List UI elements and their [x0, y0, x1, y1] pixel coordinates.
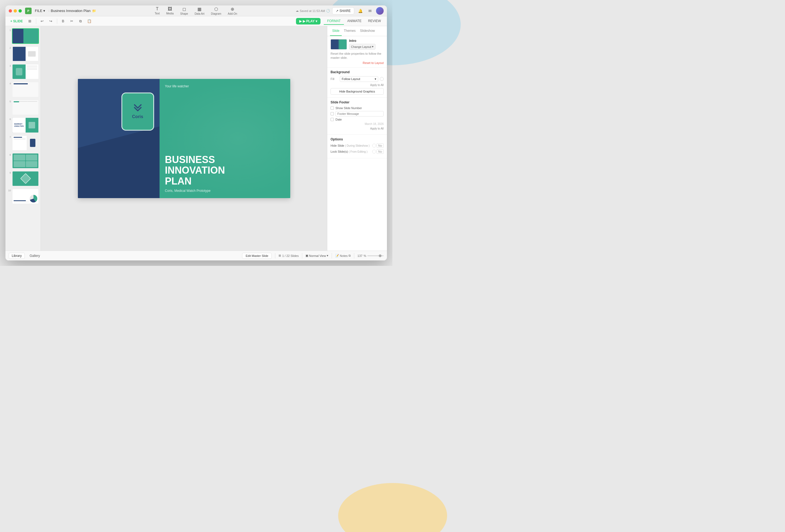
view-chevron-icon: ▾: [327, 254, 328, 258]
slide-thumb-4[interactable]: 4: [7, 82, 39, 97]
tab-format[interactable]: FORMAT: [324, 18, 344, 25]
gallery-button[interactable]: Gallery: [27, 253, 43, 259]
notification-icon[interactable]: 🔔: [356, 7, 364, 15]
add-slide-button[interactable]: + SLIDE: [8, 18, 25, 24]
slide-main-title: BUSINESS INNOVATION PLAN: [165, 154, 282, 187]
share-button[interactable]: ↗ SHARE: [332, 7, 354, 15]
save-status: ☁ Saved at 11:53 AM 🕐: [296, 9, 330, 12]
add-on-tool[interactable]: ⊕ Add-On: [225, 5, 240, 16]
toolbar-right: ☁ Saved at 11:53 AM 🕐 ↗ SHARE 🔔 ✉: [296, 7, 384, 15]
paste-button[interactable]: 📋: [85, 18, 93, 25]
slide-image-9[interactable]: [12, 171, 39, 186]
zoom-control[interactable]: 137 %: [357, 254, 384, 258]
options-title: Options: [331, 137, 384, 141]
zoom-slider[interactable]: [367, 255, 384, 256]
notes-button[interactable]: 📝 Notes ⧉: [335, 254, 351, 258]
slide-thumb-9[interactable]: 9: [7, 171, 39, 186]
slide-count: 1 / 22 Slides: [282, 254, 299, 258]
toggle-dot-icon: [372, 144, 376, 148]
data-art-tool[interactable]: ▦ Data Art: [192, 5, 207, 16]
slide-thumb-10[interactable]: 10: [7, 189, 39, 204]
reset-hint-text: Reset the slide properties to follow the…: [331, 52, 384, 60]
compose-icon[interactable]: ✉: [366, 7, 374, 15]
slide-thumb-7[interactable]: 7: [7, 135, 39, 151]
cut-button[interactable]: ✂: [68, 18, 76, 25]
chevron-down-icon: ▾: [43, 9, 45, 13]
zoom-thumb[interactable]: [379, 255, 381, 257]
maximize-button[interactable]: [19, 9, 22, 12]
apply-to-all-footer-link[interactable]: Apply to All: [331, 127, 384, 130]
slide-image-10[interactable]: [12, 189, 39, 204]
date-checkbox[interactable]: [331, 118, 334, 121]
slide-image-2[interactable]: [12, 46, 39, 61]
slide-thumb-5[interactable]: 5: [7, 100, 39, 115]
close-button[interactable]: [9, 9, 12, 12]
lock-slide-toggle[interactable]: No: [372, 150, 384, 154]
share-label: SHARE: [339, 9, 351, 13]
hide-slide-label: Hide Slide ( During Slideshow ): [331, 144, 371, 147]
slide-image-6[interactable]: MARKETANALYSIS: [12, 117, 39, 133]
slide-canvas[interactable]: Coris Your life watcher BUSINESS INNOVAT…: [78, 79, 290, 198]
add-slide-label: + SLIDE: [10, 19, 23, 23]
undo-button[interactable]: ↩: [39, 18, 46, 25]
duplicate-icon: ⧉: [349, 254, 351, 258]
zoom-level: 137: [357, 254, 362, 258]
normal-view-button[interactable]: ▣ Normal View ▾: [305, 254, 328, 258]
title-line-3: PLAN: [165, 176, 282, 187]
hide-slide-sub: ( During Slideshow ): [345, 144, 370, 147]
slide-thumb-6[interactable]: 6 MARKETANALYSIS: [7, 117, 39, 133]
main-content: 1 2 3: [5, 26, 387, 250]
footer-message-input[interactable]: [335, 111, 384, 116]
slide-thumb-1[interactable]: 1: [7, 28, 39, 44]
slide-image-4[interactable]: [12, 82, 39, 97]
redo-button[interactable]: ↪: [47, 18, 55, 25]
minimize-button[interactable]: [14, 9, 17, 12]
copy-button[interactable]: ⧉: [77, 18, 84, 25]
slide-image-1[interactable]: [12, 28, 39, 44]
slide-right-panel: Your life watcher BUSINESS INNOVATION PL…: [159, 79, 290, 198]
grid-view-button[interactable]: ⊞: [26, 18, 34, 25]
slide-image-3[interactable]: [12, 64, 39, 79]
bottom-divider-3: [332, 253, 332, 259]
follow-layout-dropdown[interactable]: Follow Layout ▾: [340, 76, 378, 82]
show-slide-number-checkbox[interactable]: [331, 106, 334, 110]
slide-image-5[interactable]: [12, 100, 39, 115]
slide-number-1: 1: [7, 28, 11, 32]
user-avatar[interactable]: [376, 7, 384, 15]
slide-thumb-8[interactable]: 8: [7, 153, 39, 168]
footer-section-title: Slide Footer: [331, 100, 384, 104]
fill-color-swatch[interactable]: [380, 77, 384, 81]
layout-section: Intro Change Layout ▾ Reset the slide pr…: [327, 36, 387, 68]
library-button[interactable]: Library: [9, 253, 25, 259]
file-menu-button[interactable]: FILE ▾: [33, 8, 47, 14]
play-button[interactable]: ▶ ▶ PLAY ▾: [296, 18, 321, 25]
diagram-tool[interactable]: ⬡ Diagram: [208, 5, 224, 16]
favorite-icon[interactable]: ☆: [47, 9, 51, 13]
tab-animate[interactable]: ANIMATE: [344, 18, 364, 25]
tab-slideshow[interactable]: Slideshow: [358, 26, 377, 36]
text-tool[interactable]: T Text: [152, 5, 162, 16]
reset-to-layout-link[interactable]: Reset to Layout: [331, 61, 384, 64]
slide-image-8[interactable]: [12, 153, 39, 168]
right-panel-tabs: Slide Themes Slideshow: [327, 26, 387, 36]
right-panel: Slide Themes Slideshow Intro Change Layo…: [327, 26, 387, 250]
edit-master-slide-button[interactable]: Edit Master Slide: [242, 253, 272, 259]
hide-background-graphics-button[interactable]: Hide Background Graphics: [331, 88, 384, 95]
shape-tool[interactable]: ◻ Shape: [178, 5, 191, 16]
folder-icon[interactable]: 📁: [92, 9, 96, 13]
tab-themes[interactable]: Themes: [342, 26, 358, 36]
slide-image-7[interactable]: [12, 135, 39, 151]
tab-slide[interactable]: Slide: [330, 26, 342, 36]
bold-button[interactable]: B: [59, 18, 67, 25]
hide-slide-toggle[interactable]: No: [372, 143, 384, 148]
tab-review[interactable]: REVIEW: [365, 18, 384, 25]
footer-message-checkbox[interactable]: [331, 112, 334, 115]
diagram-icon: ⬡: [214, 6, 218, 12]
slide-thumb-2[interactable]: 2: [7, 46, 39, 61]
media-tool[interactable]: 🖼 Media: [163, 5, 176, 16]
canvas-area[interactable]: Coris Your life watcher BUSINESS INNOVAT…: [41, 26, 327, 250]
apply-to-all-link[interactable]: Apply to All: [331, 83, 384, 86]
data-art-icon: ▦: [197, 6, 202, 12]
slide-thumb-3[interactable]: 3: [7, 64, 39, 79]
change-layout-button[interactable]: Change Layout ▾: [349, 44, 376, 50]
